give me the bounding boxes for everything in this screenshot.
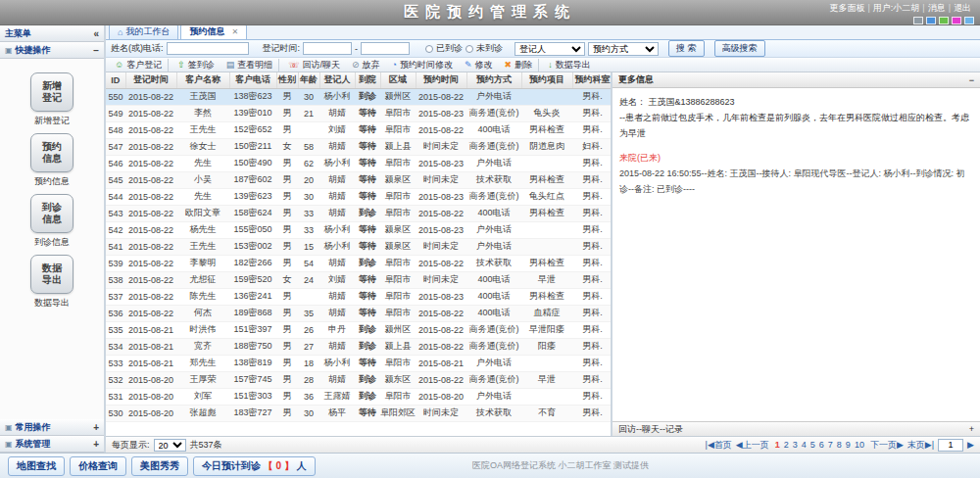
collapse-minus-icon[interactable]: − xyxy=(969,75,974,85)
cell-name[interactable]: 小吴 xyxy=(176,171,229,188)
expand-plus-icon[interactable]: + xyxy=(969,424,974,434)
cell-name[interactable]: 刘军 xyxy=(176,388,229,405)
first-page-button[interactable]: |◀首页 xyxy=(706,439,732,452)
method-select[interactable]: 预约方式 xyxy=(588,42,659,56)
goto-page-button[interactable]: ▶ xyxy=(967,440,974,450)
goto-page-input[interactable] xyxy=(938,439,963,452)
table-row[interactable]: 5392015-08-22李黎明182密266男54胡婧到诊阜阳市2015-08… xyxy=(106,255,612,271)
meitu-button[interactable]: 美图秀秀 xyxy=(131,456,188,476)
price-query-button[interactable]: 价格查询 xyxy=(70,456,126,476)
skin-swatch[interactable] xyxy=(952,17,961,24)
page-7[interactable]: 7 xyxy=(826,440,835,450)
table-row[interactable]: 5492015-08-22李然139密010男21胡婧等待阜阳市2015-08-… xyxy=(106,105,612,121)
cell-name[interactable]: 王厚荣 xyxy=(176,371,229,388)
page-5[interactable]: 5 xyxy=(808,440,817,450)
table-row[interactable]: 5412015-08-22王先生153密002男15杨小利等待颍泉区时间未定户外… xyxy=(106,238,612,255)
table-row[interactable]: 5452015-08-22小吴187密602男20胡婧等待颍泉区时间未定技术获取… xyxy=(106,171,612,188)
cell-name[interactable]: 陈先生 xyxy=(176,288,229,305)
close-icon[interactable]: ✕ xyxy=(231,27,238,36)
cell-name[interactable]: 郑先生 xyxy=(176,355,229,371)
cell-name[interactable]: 李然 xyxy=(176,105,229,121)
cell-name[interactable]: 王茂国 xyxy=(176,88,229,105)
table-row[interactable]: 5302015-08-20张超彪183密727男30杨平等待阜阳郊区时间未定技术… xyxy=(106,405,612,421)
cell-name[interactable]: 何杰 xyxy=(176,305,229,321)
name-phone-input[interactable] xyxy=(167,42,249,55)
col-customer-phone[interactable]: 客户电话 xyxy=(229,72,276,88)
page-4[interactable]: 4 xyxy=(800,440,808,450)
advanced-search-button[interactable]: 高级搜索 xyxy=(714,40,765,57)
cell-name[interactable]: 欧阳文章 xyxy=(176,205,229,221)
cell-name[interactable]: 王先生 xyxy=(176,121,229,138)
table-row[interactable]: 5352015-08-21时洪伟151密397男26申丹到诊颍州区2015-08… xyxy=(106,321,612,338)
prev-page-button[interactable]: ◀上一页 xyxy=(736,439,769,452)
table-row[interactable]: 5362015-08-22何杰189密868男35胡婧等待阜阳市2015-08-… xyxy=(106,305,612,321)
col-customer-name[interactable]: 客户名称 xyxy=(176,72,229,88)
appointment-info-button[interactable]: 预约 信息 xyxy=(30,133,74,172)
current-user-link[interactable]: 用户:小二胡 xyxy=(870,3,923,13)
table-row[interactable]: 5372015-08-22陈先生136密241男胡婧等待阜阳市2015-08-2… xyxy=(106,288,612,305)
section-quick-actions[interactable]: ▣快捷操作 − xyxy=(0,42,104,59)
reg-time-to-input[interactable] xyxy=(361,42,410,55)
skin-swatch[interactable] xyxy=(939,17,949,24)
reg-time-from-input[interactable] xyxy=(303,42,352,55)
cell-name[interactable]: 徐女士 xyxy=(176,138,229,155)
tab-appointment-info[interactable]: 预约信息 ✕ xyxy=(180,24,247,39)
abandon-button[interactable]: ⊘放弃 xyxy=(346,59,386,72)
page-8[interactable]: 8 xyxy=(835,440,844,450)
callback-chat-record-bar[interactable]: 回访--聊天--记录 + xyxy=(612,421,980,436)
table-row[interactable]: 5382015-08-22尤想征159密520女24刘婧等待阜阳市时间未定400… xyxy=(106,271,612,288)
section-common-actions[interactable]: ▣常用操作 + xyxy=(0,419,104,436)
data-export-button[interactable]: ↓数据导出 xyxy=(542,59,597,72)
cell-name[interactable]: 王先生 xyxy=(176,238,229,255)
arrived-radio[interactable] xyxy=(425,45,433,53)
col-age[interactable]: 年龄 xyxy=(298,72,319,88)
col-id[interactable]: ID xyxy=(106,72,125,88)
table-row[interactable]: 5342015-08-21宽齐188密750男27胡婧到诊颍上县2015-08-… xyxy=(106,338,612,355)
cell-name[interactable]: 先生 xyxy=(176,155,229,171)
page-6[interactable]: 6 xyxy=(817,440,826,450)
col-registrar[interactable]: 登记人 xyxy=(319,72,355,88)
table-row[interactable]: 5422015-08-22杨先生155密050男33杨小利等待颍泉区2015-0… xyxy=(106,221,612,238)
arrival-info-button[interactable]: 到诊 信息 xyxy=(30,194,74,233)
today-expected-arrivals-button[interactable]: 今日预计到诊 【 0 】 人 xyxy=(193,456,316,476)
section-system-management[interactable]: ▣系统管理 + xyxy=(0,436,104,453)
expand-plus-icon[interactable]: + xyxy=(93,439,99,450)
cell-name[interactable]: 张超彪 xyxy=(176,405,229,421)
cell-name[interactable]: 尤想征 xyxy=(176,271,229,288)
collapse-minus-icon[interactable]: − xyxy=(93,45,99,56)
table-row[interactable]: 5322015-08-20王厚荣157密745男28胡婧到诊颍东区2015-08… xyxy=(106,371,612,388)
cell-name[interactable]: 时洪伟 xyxy=(176,321,229,338)
page-10[interactable]: 10 xyxy=(853,440,866,450)
expand-plus-icon[interactable]: + xyxy=(93,422,99,433)
table-row[interactable]: 5442015-08-22先生139密623男30胡婧等待阜阳市2015-08-… xyxy=(106,188,612,205)
sign-in-button[interactable]: ⇧签到诊 xyxy=(172,59,220,72)
last-page-button[interactable]: 末页▶| xyxy=(907,439,934,452)
skin-swatch[interactable] xyxy=(926,17,936,24)
col-region[interactable]: 区域 xyxy=(380,72,416,88)
col-appt-dept[interactable]: 预约科室 xyxy=(572,72,612,88)
next-page-button[interactable]: 下一页▶ xyxy=(870,439,904,452)
table-row[interactable]: 5432015-08-22欧阳文章158密624男33胡婧到诊阜阳市2015-0… xyxy=(106,205,612,221)
cell-name[interactable]: 李黎明 xyxy=(176,255,229,271)
customer-register-button[interactable]: ☺客户登记 xyxy=(109,59,169,72)
table-row[interactable]: 5502015-08-22王茂国138密623男30杨小利到诊颍州区2015-0… xyxy=(106,88,612,105)
registrar-select[interactable]: 登记人 xyxy=(514,42,585,56)
table-row[interactable]: 5332015-08-21郑先生138密819男18杨小利等待阜阳市2015-0… xyxy=(106,355,612,371)
map-view-button[interactable]: 地图查找 xyxy=(8,456,65,476)
tab-my-workbench[interactable]: ⌂ 我的工作台 xyxy=(109,24,178,39)
search-button[interactable]: 搜 索 xyxy=(668,40,705,57)
col-appt-project[interactable]: 预约项目 xyxy=(521,72,572,88)
sidebar-collapse-icon[interactable]: « xyxy=(93,28,99,39)
delete-button[interactable]: ✖删除 xyxy=(499,59,540,72)
col-appt-time[interactable]: 预约时间 xyxy=(416,72,466,88)
table-row[interactable]: 5472015-08-22徐女士150密211女58胡婧等待颍上县时间未定商务通… xyxy=(106,138,612,155)
view-detail-button[interactable]: ▤查看明细 xyxy=(220,59,280,72)
table-row[interactable]: 5312015-08-20刘军151密303男36王露婧到诊阜阳市2015-08… xyxy=(106,388,612,405)
page-1[interactable]: 1 xyxy=(773,440,782,450)
col-arrival[interactable]: 到院 xyxy=(355,72,380,88)
col-appt-method[interactable]: 预约方式 xyxy=(466,72,521,88)
col-reg-time[interactable]: 登记时间 xyxy=(125,72,176,88)
per-page-select[interactable]: 20 xyxy=(154,439,186,452)
logout-link[interactable]: 退出 xyxy=(951,3,974,13)
cell-name[interactable]: 先生 xyxy=(176,188,229,205)
